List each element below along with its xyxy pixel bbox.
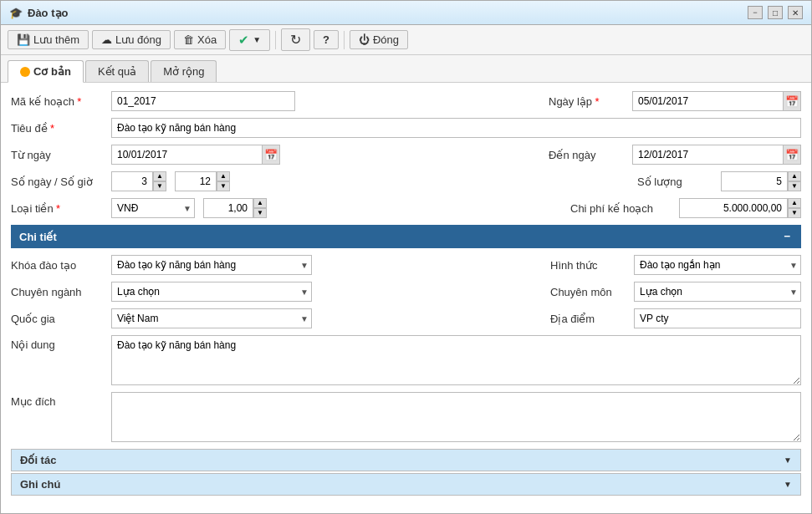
so-ngay-down-button[interactable]: ▼ [153,181,166,191]
refresh-button[interactable]: ↻ [281,28,310,51]
so-ngay-label: Số ngày / Số giờ [11,176,103,188]
doi-tac-section: Đối tác ▼ [11,449,801,471]
so-gio-down-button[interactable]: ▼ [217,181,230,191]
chi-phi-spin-buttons: ▲ ▼ [788,198,801,218]
so-luong-label: Số lượng [637,176,712,188]
chi-tiet-section-header: Chi tiết － [11,225,801,248]
tieu-de-input[interactable] [111,118,801,138]
quoc-gia-label: Quốc gia [11,313,103,325]
loai-tien-rate-spinner: ▲ ▼ [203,198,267,218]
title-bar-controls: － □ ✕ [748,6,803,19]
required-marker: * [77,95,81,108]
row-noi-dung: Nội dung Đào tạo kỹ năng bán hàng [11,335,801,385]
calendar-icon: 📅 [785,95,799,108]
noi-dung-label: Nội dung [11,335,103,351]
rate-down-button[interactable]: ▼ [253,208,267,218]
toolbar: 💾 Lưu thêm ☁ Lưu đóng 🗑 Xóa ✔ ▼ ↻ ? ⏻ Đó… [1,25,811,55]
so-ngay-spinner: ▲ ▼ [111,171,166,191]
xoa-button[interactable]: 🗑 Xóa [174,30,226,49]
row-tieu-de: Tiêu đề * [11,118,801,138]
minimize-button[interactable]: － [748,6,763,19]
approve-button[interactable]: ✔ ▼ [229,29,270,51]
loai-tien-rate-input[interactable] [203,198,253,218]
luu-them-button[interactable]: 💾 Lưu thêm [8,30,89,49]
chi-phi-down-button[interactable]: ▼ [788,208,801,218]
den-ngay-calendar-button[interactable]: 📅 [783,145,801,165]
chuyen-mon-select[interactable]: Lựa chọn [634,282,801,302]
dia-diem-label: Địa điểm [550,313,626,325]
close-button[interactable]: ✕ [788,6,803,19]
chi-phi-spinner: ▲ ▼ [679,198,801,218]
ma-ke-hoach-input[interactable] [111,91,295,111]
dong-label: Đóng [373,33,399,46]
help-button[interactable]: ? [314,30,339,49]
so-luong-input[interactable] [721,171,788,191]
luu-them-label: Lưu thêm [33,33,79,46]
window-icon: 🎓 [9,7,23,19]
tu-ngay-input[interactable] [111,145,262,165]
chuyen-nganh-label: Chuyên ngành [11,286,103,298]
dia-diem-input[interactable] [634,308,801,328]
tab-ket-qua[interactable]: Kết quả [85,60,149,82]
main-window: 🎓 Đào tạo － □ ✕ 💾 Lưu thêm ☁ Lưu đóng 🗑 … [0,0,812,514]
tu-ngay-calendar-button[interactable]: 📅 [262,145,280,165]
chi-phi-input[interactable] [679,198,788,218]
row-chuyen-nganh: Chuyên ngành Lựa chọn ▼ Chuyên môn Lựa c… [11,282,801,302]
row-so-ngay: Số ngày / Số giờ ▲ ▼ ▲ ▼ Số lượng [11,171,801,191]
so-gio-input[interactable] [175,171,217,191]
dong-button[interactable]: ⏻ Đóng [350,30,408,49]
den-ngay-input[interactable] [632,145,783,165]
row-muc-dich: Mục đích [11,392,801,442]
noi-dung-textarea[interactable]: Đào tạo kỹ năng bán hàng [111,335,801,385]
muc-dich-textarea[interactable] [111,392,801,442]
quoc-gia-select[interactable]: Việt Nam [111,308,312,328]
khoa-dao-tao-select[interactable]: Đào tạo kỹ năng bán hàng [111,255,312,275]
chuyen-mon-label: Chuyên môn [550,286,626,298]
ghi-chu-section: Ghi chú ▼ [11,473,801,496]
dropdown-arrow-icon: ▼ [253,35,261,44]
den-ngay-field: 📅 [632,145,801,165]
tab-co-ban[interactable]: Cơ bản [8,60,84,83]
ngay-lap-calendar-button[interactable]: 📅 [783,91,801,111]
tab-mo-rong[interactable]: Mở rộng [151,60,217,82]
ma-ke-hoach-label: Mã kế hoạch * [11,95,103,108]
tab-co-ban-label: Cơ bản [33,65,71,78]
window-title: Đào tạo [28,7,68,19]
row-ma-ke-hoach: Mã kế hoạch * Ngày lập * 📅 [11,91,801,111]
delete-icon: 🗑 [183,33,194,46]
tieu-de-label: Tiêu đề * [11,122,103,135]
doi-tac-title: Đối tác [20,454,56,466]
row-quoc-gia: Quốc gia Việt Nam ▼ Địa điểm [11,308,801,328]
luu-dong-button[interactable]: ☁ Lưu đóng [92,30,171,49]
title-bar-left: 🎓 Đào tạo [9,7,68,19]
so-gio-up-button[interactable]: ▲ [217,171,230,181]
loai-tien-select[interactable]: VNĐ [111,198,195,218]
restore-button[interactable]: □ [768,6,783,19]
calendar-icon-2: 📅 [264,149,278,161]
luu-dong-label: Lưu đóng [115,33,161,46]
save-close-icon: ☁ [101,33,112,46]
required-marker-4: * [56,202,60,215]
toolbar-separator-2 [344,31,345,49]
chi-phi-up-button[interactable]: ▲ [788,198,801,208]
chuyen-nganh-select[interactable]: Lựa chọn [111,282,312,302]
so-luong-spin-buttons: ▲ ▼ [788,171,801,191]
chi-tiet-toggle-icon[interactable]: － [781,229,793,244]
ngay-lap-input[interactable] [632,91,783,111]
doi-tac-header[interactable]: Đối tác ▼ [12,450,800,471]
refresh-icon: ↻ [290,32,301,48]
so-luong-down-button[interactable]: ▼ [788,181,801,191]
so-ngay-input[interactable] [111,171,153,191]
chuyen-nganh-select-wrap: Lựa chọn ▼ [111,282,312,302]
form-content: Mã kế hoạch * Ngày lập * 📅 Tiêu đề * [1,83,811,513]
rate-up-button[interactable]: ▲ [253,198,267,208]
row-tu-ngay: Từ ngày 📅 Đến ngày 📅 [11,145,801,165]
chi-phi-label: Chi phí kế hoạch [570,202,671,215]
khoa-dao-tao-label: Khóa đào tạo [11,259,103,272]
row-loai-tien: Loại tiền * VNĐ ▼ ▲ ▼ Chi phí kế hoạch [11,198,801,218]
so-luong-up-button[interactable]: ▲ [788,171,801,181]
hinh-thuc-select[interactable]: Đào tạo ngắn hạn [634,255,801,275]
so-ngay-up-button[interactable]: ▲ [153,171,166,181]
ghi-chu-header[interactable]: Ghi chú ▼ [12,474,800,495]
required-marker-3: * [50,122,54,135]
